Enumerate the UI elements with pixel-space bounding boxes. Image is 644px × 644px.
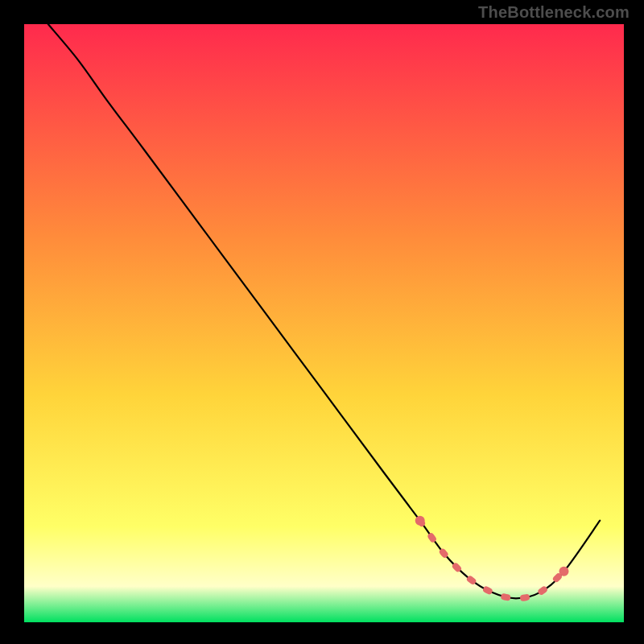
plot-background: [24, 24, 624, 622]
bottleneck-chart: [0, 0, 644, 644]
valley-marker-dot: [415, 516, 425, 526]
watermark-text: TheBottleneck.com: [478, 3, 630, 22]
valley-marker-dot: [559, 567, 569, 576]
chart-stage: TheBottleneck.com: [0, 0, 644, 644]
